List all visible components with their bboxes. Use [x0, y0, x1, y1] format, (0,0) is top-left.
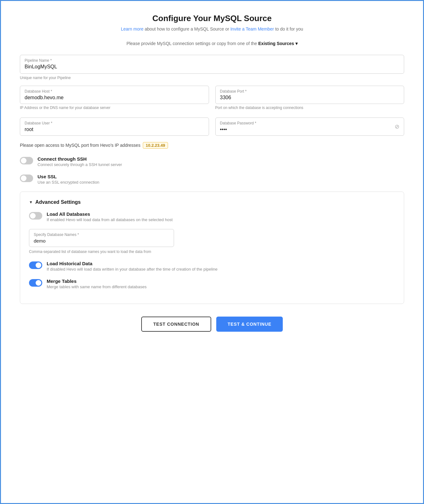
ssl-toggle-row: Use SSL Use an SSL encrypted connection [20, 174, 404, 185]
load-historical-data-row: Load Historical Data If disabled Hevo wi… [29, 261, 395, 272]
specify-db-names-input[interactable]: Specify Database Names * demo [29, 229, 174, 247]
database-user-value: root [25, 127, 204, 132]
database-host-hint: IP Address or the DNS name for your data… [20, 106, 209, 110]
subtitle: Learn more about how to configure a MySQ… [20, 26, 404, 32]
ip-address-badge: 10.2.23.49 [143, 142, 168, 149]
load-all-databases-row: Load All Databases If enabled Hevo will … [29, 211, 395, 222]
ssh-toggle[interactable] [20, 157, 33, 164]
merge-tables-description: Merge tables with same name from differe… [47, 284, 147, 289]
page-title: Configure Your MySQL Source [20, 14, 404, 23]
load-historical-data-toggle[interactable] [29, 261, 42, 269]
load-all-databases-toggle[interactable] [29, 212, 42, 220]
user-col: Database User * root [20, 117, 209, 136]
button-row: TEST CONNECTION TEST & CONTINUE [20, 317, 404, 332]
chevron-down-icon: ▾ [295, 41, 298, 46]
database-password-value: •••• [220, 127, 256, 132]
ssh-description: Connect securely through a SSH tunnel se… [38, 162, 122, 167]
ssl-title: Use SSL [38, 174, 99, 179]
advanced-settings-section: ▼ Advanced Settings Load All Databases I… [20, 192, 404, 304]
merge-tables-row: Merge Tables Merge tables with same name… [29, 278, 395, 289]
host-col: Database Host * demodb.hevo.me IP Addres… [20, 86, 209, 116]
load-all-databases-labels: Load All Databases If enabled Hevo will … [47, 211, 173, 222]
pipeline-name-value: BinLogMySQL [25, 64, 399, 70]
pipeline-name-input[interactable]: Pipeline Name * BinLogMySQL [20, 55, 404, 74]
specify-db-names-value: demo [34, 238, 169, 243]
load-all-databases-description: If enabled Hevo will load data from all … [47, 217, 173, 222]
database-password-label: Database Password * [220, 121, 256, 125]
password-col: Database Password * •••• ⊘ [215, 117, 404, 136]
merge-tables-toggle[interactable] [29, 279, 42, 287]
user-password-row: Database User * root Database Password *… [20, 117, 404, 136]
merge-tables-labels: Merge Tables Merge tables with same name… [47, 278, 147, 289]
database-port-label: Database Port * [220, 89, 400, 94]
ip-notice: Please open access to MySQL port from He… [20, 142, 404, 149]
load-all-databases-title: Load All Databases [47, 211, 173, 217]
database-user-label: Database User * [25, 121, 204, 125]
pipeline-name-hint: Unique name for your Pipeline [20, 76, 404, 80]
database-port-input[interactable]: Database Port * 3306 [215, 86, 404, 104]
ssl-slider [20, 175, 33, 182]
load-historical-data-slider [29, 261, 42, 269]
host-port-row: Database Host * demodb.hevo.me IP Addres… [20, 86, 404, 116]
database-host-input[interactable]: Database Host * demodb.hevo.me [20, 86, 209, 104]
database-port-value: 3306 [220, 95, 400, 100]
database-port-hint: Port on which the database is accepting … [215, 106, 404, 110]
ssh-labels: Connect through SSH Connect securely thr… [38, 156, 122, 167]
pipeline-name-label: Pipeline Name * [25, 58, 399, 63]
database-password-input[interactable]: Database Password * •••• ⊘ [215, 117, 404, 136]
ssh-slider [20, 157, 33, 164]
specify-db-names-label: Specify Database Names * [34, 232, 169, 237]
ssh-toggle-row: Connect through SSH Connect securely thr… [20, 156, 404, 167]
existing-sources-button[interactable]: Existing Sources ▾ [258, 41, 298, 46]
database-user-input[interactable]: Database User * root [20, 117, 209, 136]
load-historical-data-labels: Load Historical Data If disabled Hevo wi… [47, 261, 218, 272]
learn-more-link[interactable]: Learn more [121, 26, 143, 32]
load-historical-data-title: Load Historical Data [47, 261, 218, 266]
invite-team-link[interactable]: Invite a Team Member [230, 26, 274, 32]
port-col: Database Port * 3306 Port on which the d… [215, 86, 404, 116]
test-and-continue-button[interactable]: TEST & CONTINUE [216, 317, 283, 332]
toggle-password-visibility-icon[interactable]: ⊘ [395, 123, 399, 130]
merge-tables-title: Merge Tables [47, 278, 147, 284]
advanced-settings-title: Advanced Settings [35, 199, 81, 205]
database-host-value: demodb.hevo.me [25, 95, 204, 100]
test-connection-button[interactable]: TEST CONNECTION [141, 317, 211, 332]
load-historical-data-description: If disabled Hevo will load data written … [47, 267, 218, 272]
ssh-title: Connect through SSH [38, 156, 122, 162]
ssl-labels: Use SSL Use an SSL encrypted connection [38, 174, 99, 185]
database-host-label: Database Host * [25, 89, 204, 94]
existing-sources-row: Please provide MySQL connection settings… [20, 41, 404, 46]
advanced-settings-header[interactable]: ▼ Advanced Settings [29, 199, 395, 205]
ssl-description: Use an SSL encrypted connection [38, 180, 99, 185]
specify-db-names-hint: Comma-separated list of database names y… [29, 249, 174, 255]
merge-tables-slider [29, 279, 42, 287]
advanced-chevron-icon: ▼ [29, 200, 33, 204]
ssl-toggle[interactable] [20, 175, 33, 182]
load-all-databases-slider [29, 212, 42, 220]
pipeline-name-field: Pipeline Name * BinLogMySQL Unique name … [20, 55, 404, 80]
